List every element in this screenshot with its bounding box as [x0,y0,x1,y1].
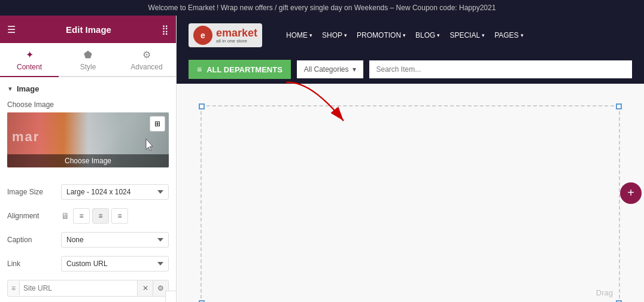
section-image-title: Image [17,84,40,93]
shop-chevron-icon: ▾ [344,32,347,38]
content-tab-icon: ✦ [26,49,34,60]
section-image-header: ▼ Image [7,84,169,93]
departments-menu-icon: ≡ [197,65,202,74]
nav-bar: e emarket all in one store HOME ▾ SHOP ▾… [177,16,644,55]
search-bar: ≡ ALL DEPARTMENTS All Categories ▾ [177,55,644,84]
grid-icon[interactable]: ⣿ [162,24,169,35]
panel-header: ☰ Edit Image ⣿ [0,16,176,43]
image-preview-label[interactable]: Choose Image [7,154,169,167]
style-tab-icon: ⬟ [84,49,92,60]
image-size-select[interactable]: Large - 1024 x 1024 Medium - 300 x 300 T… [61,184,169,200]
site-url-icon: ≡ [8,281,20,295]
nav-links: HOME ▾ SHOP ▾ PROMOTION ▾ BLOG ▾ SPECIAL [286,31,524,39]
alignment-controls: 🖥 ≡ ≡ ≡ [61,208,169,224]
nav-shop[interactable]: SHOP ▾ [322,31,347,39]
site-url-input[interactable] [20,281,137,295]
notification-text: Welcome to Emarket ! Wrap new offers / g… [148,4,496,12]
categories-dropdown[interactable]: All Categories ▾ [297,60,363,78]
advanced-tab-label: Advanced [130,63,162,71]
departments-button[interactable]: ≡ ALL DEPARTMENTS [189,60,291,79]
left-panel: ☰ Edit Image ⣿ ✦ Content ⬟ Style ⚙ Advan… [0,16,177,302]
caption-label: Caption [7,236,61,244]
alignment-monitor-icon: 🖥 [61,211,69,221]
image-preview[interactable]: mar ⊞ Choose Image [7,112,169,167]
main-layout: ☰ Edit Image ⣿ ✦ Content ⬟ Style ⚙ Advan… [0,16,644,302]
caption-value[interactable]: None Attachment Caption Custom Caption [61,232,169,248]
search-input-area[interactable] [369,60,632,78]
link-label: Link [7,260,61,268]
caption-field: Caption None Attachment Caption Custom C… [7,232,169,248]
collapse-panel-button[interactable]: ◀ [165,291,176,302]
image-size-label: Image Size [7,188,61,196]
panel-content: ▼ Image Choose Image mar ⊞ [0,77,176,302]
align-right-button[interactable]: ≡ [111,208,128,224]
editor-area: Drag + [189,93,632,292]
tab-advanced[interactable]: ⚙ Advanced [117,43,176,77]
logo-main: emarket [216,28,257,38]
nav-promotion[interactable]: PROMOTION ▾ [357,31,406,39]
logo-container[interactable]: e emarket all in one store [189,23,262,47]
search-input[interactable] [376,65,625,74]
alignment-field: Alignment 🖥 ≡ ≡ ≡ [7,208,169,224]
tab-content[interactable]: ✦ Content [0,43,59,77]
align-center-button[interactable]: ≡ [92,208,109,224]
panel-header-left-icons: ☰ [7,24,16,35]
nav-home[interactable]: HOME ▾ [286,31,312,39]
hamburger-icon[interactable]: ☰ [7,24,16,35]
panel-tabs: ✦ Content ⬟ Style ⚙ Advanced [0,43,176,77]
link-select[interactable]: None Media File Custom URL [61,256,169,272]
site-url-clear-button[interactable]: ✕ [137,280,153,296]
pages-chevron-icon: ▾ [521,32,524,38]
home-chevron-icon: ▾ [309,32,312,38]
advanced-tab-icon: ⚙ [142,49,151,60]
caption-select[interactable]: None Attachment Caption Custom Caption [61,232,169,248]
notification-bar: Welcome to Emarket ! Wrap new offers / g… [0,0,644,16]
tab-style[interactable]: ⬟ Style [59,43,117,77]
nav-pages[interactable]: PAGES ▾ [494,31,523,39]
promotion-chevron-icon: ▾ [403,32,406,38]
right-panel: e emarket all in one store HOME ▾ SHOP ▾… [177,16,644,302]
logo-icon: e [193,26,212,45]
section-arrow-icon: ▼ [7,86,13,92]
content-tab-label: Content [17,63,42,71]
logo-sub: all in one store [216,38,257,44]
panel-title: Edit Image [66,25,111,35]
alignment-buttons: ≡ ≡ ≡ [73,208,128,224]
align-left-button[interactable]: ≡ [73,208,90,224]
resize-handle-top-right[interactable] [616,103,622,109]
image-edit-icon: ⊞ [154,120,160,128]
site-url-row: ≡ ✕ ⚙ [7,280,169,297]
image-edit-button[interactable]: ⊞ [150,116,165,132]
drag-drop-zone[interactable]: Drag [201,105,620,302]
site-url-actions: ✕ ⚙ [137,280,168,296]
categories-chevron-icon: ▾ [353,65,356,74]
logo-text: emarket all in one store [216,28,257,44]
image-size-field: Image Size Large - 1024 x 1024 Medium - … [7,184,169,200]
choose-image-label: Choose Image [7,100,61,109]
style-tab-label: Style [80,63,96,71]
add-element-button[interactable]: + [620,182,642,204]
image-size-value[interactable]: Large - 1024 x 1024 Medium - 300 x 300 T… [61,184,169,200]
resize-handle-top-left[interactable] [199,103,205,109]
nav-blog[interactable]: BLOG ▾ [415,31,440,39]
nav-special[interactable]: SPECIAL ▾ [449,31,485,39]
alignment-label: Alignment [7,212,61,220]
blog-chevron-icon: ▾ [437,32,440,38]
drag-text: Drag [596,288,613,297]
link-field: Link None Media File Custom URL [7,256,169,272]
choose-image-field: Choose Image mar ⊞ [7,100,169,176]
special-chevron-icon: ▾ [482,32,485,38]
link-value[interactable]: None Media File Custom URL [61,256,169,272]
panel-header-right-icons: ⣿ [162,24,169,35]
plus-icon: + [627,186,634,200]
